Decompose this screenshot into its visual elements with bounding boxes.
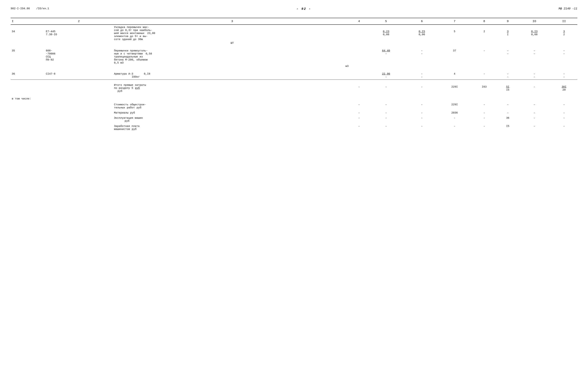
row-34-code: E7-445 7.38-IO	[45, 25, 113, 46]
totals-col9: 5I I5	[498, 80, 518, 94]
totals-col7: 229I	[438, 80, 471, 94]
totals-empty	[45, 80, 113, 94]
main-table: I 2 3 4 5 6 7 8 9 IO II 34 E7-445 7.38-I…	[11, 18, 577, 132]
column-headers: I 2 3 4 5 6 7 8 9 IO II	[11, 18, 577, 25]
row-36-col10: – –	[518, 69, 551, 80]
row-36-col6: – –	[406, 69, 438, 80]
subtotal-row-2: Материалы руб – – – 2036 – – – –	[11, 110, 577, 116]
row-35-code: 608- -70006 ССЦ П9-92	[45, 46, 113, 69]
col-header-3: 3	[113, 18, 352, 25]
row-36-col8: –	[471, 69, 498, 80]
row-35-desc: Перемычки прямоуголь- ные и с четвертями…	[113, 46, 352, 69]
row-34-desc: Укладка перемычек мас- сой до 0,3т при н…	[113, 25, 352, 46]
row-35-col8: –	[471, 46, 498, 69]
row-34-col7: 5	[438, 25, 471, 46]
row-35-col10: – –	[518, 46, 551, 69]
col-header-7: 7	[438, 18, 471, 25]
row-35-col9: – –	[498, 46, 518, 69]
totals-label: Итого прямые затраты по разделу 5 руб ру…	[113, 80, 352, 94]
row-34-col10: 0,I3 0,08	[518, 25, 551, 46]
row-34-col4	[352, 25, 367, 46]
subtotal-4-label: Заработная плата машинистов руб	[113, 124, 352, 132]
subtotal-1-label: Стоимость общестрои- тельных работ руб	[113, 102, 352, 110]
row-35-id: 35	[11, 46, 45, 69]
col-header-4: 4	[352, 18, 367, 25]
totals-col4: –	[352, 80, 367, 94]
col-header-9: 9	[498, 18, 518, 25]
row-35-col4	[352, 46, 367, 69]
col-header-1: I	[11, 18, 45, 25]
row-36-desc: Арматура А-3 0,I8 IOOкг	[113, 69, 352, 80]
totals-col11: 30I 20	[551, 80, 577, 94]
col-header-6: 6	[406, 18, 438, 25]
header-right: Мф 2140 -11	[559, 7, 577, 10]
row-35-col7: 37	[438, 46, 471, 69]
row-34-col9: 3 I	[498, 25, 518, 46]
page-header: 902-I-IO4.86 /IO/кн.1 - 92 - Мф 2140 -11	[11, 7, 577, 12]
row-36-col5: 22,90 –	[367, 69, 406, 80]
row-36-col4	[352, 69, 367, 80]
row-34-col8: 2	[471, 25, 498, 46]
totals-col5: –	[367, 80, 406, 94]
table-row: 34 E7-445 7.38-IO Укладка перемычек мас-…	[11, 25, 577, 46]
col-header-8: 8	[471, 18, 498, 25]
row-34-col6: 0,I5 0,06	[406, 25, 438, 46]
subtotals-header: в том числе:	[11, 94, 352, 102]
subtotal-row-1: Стоимость общестрои- тельных работ руб –…	[11, 102, 577, 110]
row-36-col7: 4	[438, 69, 471, 80]
row-36-col9: – –	[498, 69, 518, 80]
subtotals-header-row: в том числе:	[11, 94, 577, 102]
row-36-id: 36	[11, 69, 45, 80]
subtotal-row-3: Эксплуатация машин руб – – – – – 36 – –	[11, 116, 577, 124]
col-header-2: 2	[45, 18, 113, 25]
totals-id	[11, 80, 45, 94]
row-35-col5: 64,40 –	[367, 46, 406, 69]
col-header-10: IO	[518, 18, 551, 25]
row-36-code: СI47-8	[45, 69, 113, 80]
totals-col6: –	[406, 80, 438, 94]
subtotal-2-label: Материалы руб	[113, 110, 352, 116]
totals-col10: –	[518, 80, 551, 94]
row-35-col6: – –	[406, 46, 438, 69]
row-35-col11: – –	[551, 46, 577, 69]
col-header-11: II	[551, 18, 577, 25]
subtotal-row-4: Заработная плата машинистов руб – – – – …	[11, 124, 577, 132]
totals-col8: I63	[471, 80, 498, 94]
subtotal-3-label: Эксплуатация машин руб	[113, 116, 352, 124]
table-row: 36 СI47-8 Арматура А-3 0,I8 IOOкг 22,90 …	[11, 69, 577, 80]
totals-row: Итого прямые затраты по разделу 5 руб ру…	[11, 80, 577, 94]
header-center: - 92 -	[296, 7, 311, 11]
header-left: 902-I-IO4.86 /IO/кн.1	[11, 7, 49, 10]
row-34-id: 34	[11, 25, 45, 46]
row-34-col5: 0,23 0,08	[367, 25, 406, 46]
row-36-col11: – –	[551, 69, 577, 80]
table-row: 35 608- -70006 ССЦ П9-92 Перемычки прямо…	[11, 46, 577, 69]
col-header-5: 5	[367, 18, 406, 25]
row-34-col11: 3 2	[551, 25, 577, 46]
